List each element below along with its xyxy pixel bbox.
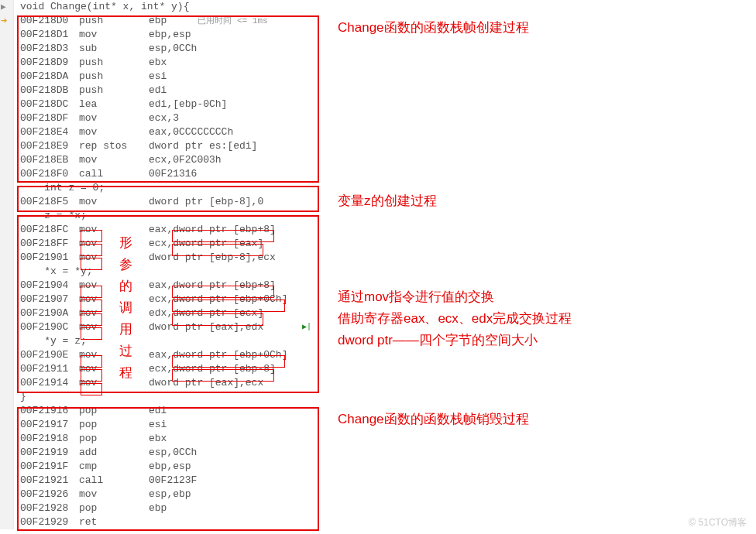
address: 00F218DB bbox=[20, 84, 79, 98]
mnemonic: call bbox=[79, 474, 149, 488]
address: 00F21907 bbox=[20, 293, 79, 306]
annotation-1: Change函数的函数栈帧创建过程 bbox=[338, 19, 529, 36]
operand: dword ptr es:[edi] bbox=[149, 139, 257, 153]
asm-line: 00F218F0call00F21316 bbox=[14, 167, 756, 181]
annotation-3a: 通过mov指令进行值的交换 bbox=[338, 288, 494, 306]
asm-line: 00F218E4moveax,0CCCCCCCCh bbox=[14, 125, 756, 139]
address: 00F2190A bbox=[20, 306, 79, 320]
address: 00F2190C bbox=[20, 320, 79, 334]
asm-line: 00F21929ret bbox=[14, 515, 756, 529]
operand: eax,dword ptr [ebp+8] bbox=[149, 279, 276, 293]
address: 00F218F5 bbox=[20, 195, 79, 209]
mnemonic: mov bbox=[79, 279, 149, 293]
mnemonic: mov bbox=[79, 362, 149, 376]
breakpoint-arrow-icon[interactable]: ➔ bbox=[1, 14, 7, 28]
asm-line: 00F21928popebp bbox=[14, 501, 756, 515]
mnemonic: rep stos bbox=[79, 139, 149, 153]
address: 00F21916 bbox=[20, 404, 79, 418]
mnemonic: call bbox=[79, 167, 149, 181]
disassembly-view: ▶void Change(int* x, int* y){➔00F218D0pu… bbox=[0, 0, 756, 529]
mnemonic: pop bbox=[79, 432, 149, 446]
operand: eax,dword ptr [ebp+0Ch] bbox=[149, 348, 287, 362]
asm-line: 00F21926movesp,ebp bbox=[14, 488, 756, 501]
mnemonic: cmp bbox=[79, 460, 149, 474]
operand: dword ptr [eax],ecx bbox=[149, 376, 263, 390]
annotation-vertical: 形参的调用过程 bbox=[118, 232, 133, 384]
mnemonic: lea bbox=[79, 98, 149, 111]
operand: esp,0CCh bbox=[149, 42, 197, 56]
mnemonic: mov bbox=[79, 320, 149, 334]
address: 00F21904 bbox=[20, 279, 79, 293]
mnemonic: mov bbox=[79, 195, 149, 209]
address: 00F218F0 bbox=[20, 167, 79, 181]
operand: esi bbox=[149, 70, 167, 84]
operand: ecx,dword ptr [eax] bbox=[149, 237, 263, 251]
address: 00F21929 bbox=[20, 515, 79, 529]
address: 00F218D9 bbox=[20, 56, 79, 70]
asm-line: 00F218DFmovecx,3 bbox=[14, 111, 756, 125]
mnemonic: ret bbox=[79, 515, 149, 529]
asm-line: 00F218D9pushebx bbox=[14, 56, 756, 70]
address: 00F218D0 bbox=[20, 14, 79, 28]
operand: ebp,esp bbox=[149, 28, 191, 42]
address: 00F218FC bbox=[20, 223, 79, 237]
mnemonic: mov bbox=[79, 293, 149, 306]
mnemonic: pop bbox=[79, 501, 149, 515]
used-time-label: 已用时间 <= 1ms bbox=[198, 14, 267, 28]
source-text: *y = z; bbox=[20, 334, 87, 348]
operand: 00F21316 bbox=[149, 167, 197, 181]
asm-line: 00F21919addesp,0CCh bbox=[14, 446, 756, 460]
mnemonic: mov bbox=[79, 251, 149, 265]
asm-line: 00F2191Fcmpebp,esp bbox=[14, 460, 756, 474]
operand: edi,[ebp-0Ch] bbox=[149, 98, 227, 111]
source-text: int z = 0; bbox=[20, 181, 105, 195]
mnemonic: push bbox=[79, 14, 149, 28]
mnemonic: push bbox=[79, 70, 149, 84]
asm-line: 00F218D3subesp,0CCh bbox=[14, 42, 756, 56]
operand: ecx,3 bbox=[149, 111, 179, 125]
mnemonic: mov bbox=[79, 237, 149, 251]
mnemonic: mov bbox=[79, 125, 149, 139]
address: 00F2191F bbox=[20, 460, 79, 474]
mnemonic: mov bbox=[79, 111, 149, 125]
address: 00F21901 bbox=[20, 251, 79, 265]
operand: 00F2123F bbox=[149, 474, 197, 488]
mnemonic: mov bbox=[79, 376, 149, 390]
annotation-2: 变量z的创建过程 bbox=[338, 192, 437, 210]
address: 00F21919 bbox=[20, 446, 79, 460]
operand: ecx,0F2C003h bbox=[149, 153, 222, 167]
asm-line: 00F218DBpushedi bbox=[14, 84, 756, 98]
address: 00F2190E bbox=[20, 348, 79, 362]
annotation-4: Change函数的函数栈帧销毁过程 bbox=[338, 410, 529, 428]
operand: dword ptr [ebp-8],0 bbox=[149, 195, 263, 209]
operand: eax,dword ptr [ebp+8] bbox=[149, 223, 276, 237]
address: 00F21914 bbox=[20, 376, 79, 390]
asm-line: 00F21918popebx bbox=[14, 432, 756, 446]
operand: edi bbox=[149, 84, 167, 98]
operand: ecx,dword ptr [ebp+0Ch] bbox=[149, 293, 287, 306]
operand: esi bbox=[149, 418, 167, 432]
mnemonic: pop bbox=[79, 404, 149, 418]
address: 00F218E9 bbox=[20, 139, 79, 153]
asm-line: 00F218EBmovecx,0F2C003h bbox=[14, 153, 756, 167]
address: 00F21928 bbox=[20, 501, 79, 515]
mnemonic: mov bbox=[79, 153, 149, 167]
operand: ecx,dword ptr [ebp-8] bbox=[149, 362, 276, 376]
mnemonic: mov bbox=[79, 223, 149, 237]
mnemonic: mov bbox=[79, 348, 149, 362]
asm-line: 00F218DCleaedi,[ebp-0Ch] bbox=[14, 98, 756, 111]
operand: dword ptr [ebp-8],ecx bbox=[149, 251, 276, 265]
mnemonic: add bbox=[79, 446, 149, 460]
address: 00F218DA bbox=[20, 70, 79, 84]
address: 00F21926 bbox=[20, 488, 79, 501]
operand: ebx bbox=[149, 432, 167, 446]
operand: dword ptr [eax],edx bbox=[149, 320, 263, 334]
source-text: } bbox=[20, 390, 26, 404]
source-line: } bbox=[14, 390, 756, 404]
address: 00F218D1 bbox=[20, 28, 79, 42]
address: 00F21917 bbox=[20, 418, 79, 432]
source-line-signature: ▶void Change(int* x, int* y){ bbox=[14, 0, 756, 14]
address: 00F218DF bbox=[20, 111, 79, 125]
address: 00F218EB bbox=[20, 153, 79, 167]
operand: edx,dword ptr [ecx] bbox=[149, 306, 263, 320]
